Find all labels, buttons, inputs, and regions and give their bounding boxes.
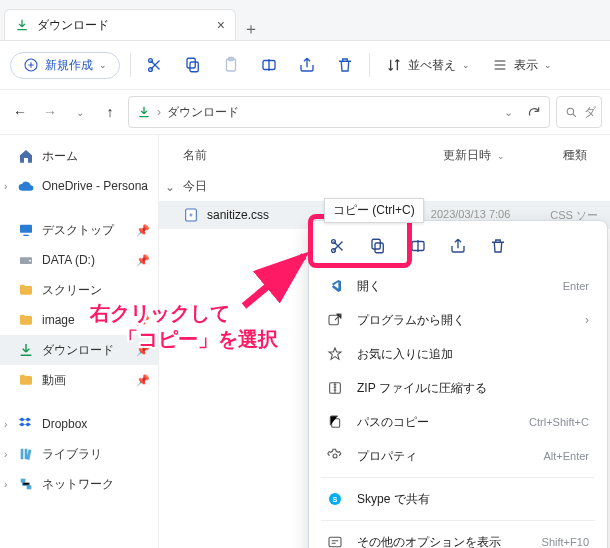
svg-rect-27 xyxy=(329,537,341,546)
zip-icon xyxy=(327,380,345,396)
ctx-zip[interactable]: ZIP ファイルに圧縮する xyxy=(313,371,603,405)
separator xyxy=(321,477,595,478)
ctx-label: プロパティ xyxy=(357,448,417,465)
css-file-icon: # xyxy=(183,207,199,223)
home-icon xyxy=(18,148,34,164)
ctx-favorite[interactable]: お気に入りに追加 xyxy=(313,337,603,371)
expand-icon[interactable]: › xyxy=(4,181,7,192)
column-kind[interactable]: 種類 xyxy=(563,147,610,164)
column-date[interactable]: 更新日時 ⌄ xyxy=(443,147,543,164)
sidebar-item-network[interactable]: › ネットワーク xyxy=(0,469,158,499)
view-icon xyxy=(492,57,508,73)
cut-button[interactable] xyxy=(141,51,169,79)
paste-button[interactable] xyxy=(217,51,245,79)
ctx-properties[interactable]: プロパティ Alt+Enter xyxy=(313,439,603,473)
svg-rect-13 xyxy=(27,485,32,489)
share-button[interactable] xyxy=(293,51,321,79)
vscode-icon xyxy=(327,278,345,294)
chevron-down-icon: ⌄ xyxy=(462,60,470,70)
chevron-right-icon: › xyxy=(585,313,589,327)
up-button[interactable]: ↑ xyxy=(98,104,122,120)
column-headers: 名前 更新日時 ⌄ 種類 xyxy=(159,143,610,174)
library-icon xyxy=(18,446,34,462)
ctx-cut-button[interactable] xyxy=(325,233,351,259)
search-placeholder: ダ xyxy=(584,104,596,121)
chevron-down-icon[interactable]: ⌄ xyxy=(504,106,513,119)
ctx-accel: Alt+Enter xyxy=(543,450,589,462)
sidebar-item-label: スクリーン xyxy=(42,282,102,299)
pin-icon: 📌 xyxy=(136,254,150,267)
back-button[interactable]: ← xyxy=(8,104,32,120)
tab-downloads[interactable]: ダウンロード × xyxy=(4,9,236,40)
chevron-down-icon: ⌄ xyxy=(544,60,552,70)
copy-button[interactable] xyxy=(179,51,207,79)
ctx-label: その他のオプションを表示 xyxy=(357,534,501,549)
sidebar-item-label: OneDrive - Persona xyxy=(42,179,148,193)
ctx-delete-button[interactable] xyxy=(485,233,511,259)
column-name[interactable]: 名前 xyxy=(183,147,423,164)
ctx-share-button[interactable] xyxy=(445,233,471,259)
svg-rect-12 xyxy=(21,479,26,483)
sidebar-item-label: デスクトップ xyxy=(42,222,114,239)
sidebar-item-label: ホーム xyxy=(42,148,78,165)
nav-row: ← → ⌄ ↑ › ダウンロード ⌄ ダ xyxy=(0,90,610,135)
ctx-open[interactable]: 開く Enter xyxy=(313,269,603,303)
sidebar-item-libraries[interactable]: › ライブラリ xyxy=(0,439,158,469)
ctx-copy-path[interactable]: パスのコピー Ctrl+Shift+C xyxy=(313,405,603,439)
tooltip-copy: コピー (Ctrl+C) xyxy=(324,198,424,223)
download-icon xyxy=(15,18,29,32)
ctx-skype[interactable]: S Skype で共有 xyxy=(313,482,603,516)
sort-desc-icon: ⌄ xyxy=(497,151,505,161)
ctx-label: ZIP ファイルに圧縮する xyxy=(357,380,487,397)
breadcrumb-path[interactable]: ダウンロード xyxy=(167,104,239,121)
search-icon xyxy=(565,106,578,119)
sidebar-item-onedrive[interactable]: › OneDrive - Persona xyxy=(0,171,158,201)
expand-icon[interactable]: › xyxy=(4,479,7,490)
folder-icon xyxy=(18,372,34,388)
sidebar-item-label: DATA (D:) xyxy=(42,253,95,267)
separator xyxy=(130,53,131,77)
desktop-icon xyxy=(18,222,34,238)
svg-point-8 xyxy=(567,108,574,115)
group-today[interactable]: 今日 xyxy=(159,174,610,201)
new-button[interactable]: 新規作成 ⌄ xyxy=(10,52,120,79)
delete-button[interactable] xyxy=(331,51,359,79)
tab-title: ダウンロード xyxy=(37,17,109,34)
forward-button[interactable]: → xyxy=(38,104,62,120)
rename-button[interactable] xyxy=(255,51,283,79)
pin-icon: 📌 xyxy=(136,224,150,237)
more-icon xyxy=(327,534,345,548)
ctx-accel: Shift+F10 xyxy=(542,536,589,548)
refresh-button[interactable] xyxy=(527,105,541,119)
sort-label: 並べ替え xyxy=(408,57,456,74)
context-icon-row xyxy=(313,229,603,269)
view-button[interactable]: 表示 ⌄ xyxy=(486,53,558,78)
ctx-copy-button[interactable] xyxy=(365,233,391,259)
recent-dropdown[interactable]: ⌄ xyxy=(68,107,92,118)
svg-text:#: # xyxy=(190,212,193,218)
search-box[interactable]: ダ xyxy=(556,96,602,128)
ctx-rename-button[interactable] xyxy=(405,233,431,259)
sidebar-item-videos[interactable]: 動画 📌 xyxy=(0,365,158,395)
ctx-label: お気に入りに追加 xyxy=(357,346,453,363)
close-icon[interactable]: × xyxy=(217,17,225,33)
sort-button[interactable]: 並べ替え ⌄ xyxy=(380,53,476,78)
context-menu: 開く Enter プログラムから開く › お気に入りに追加 ZIP ファイルに圧… xyxy=(308,220,608,548)
plus-circle-icon xyxy=(23,57,39,73)
address-bar[interactable]: › ダウンロード ⌄ xyxy=(128,96,550,128)
sidebar-item-desktop[interactable]: デスクトップ 📌 xyxy=(0,215,158,245)
expand-icon[interactable]: › xyxy=(4,449,7,460)
svg-point-24 xyxy=(333,454,337,458)
sidebar-item-drive[interactable]: DATA (D:) 📌 xyxy=(0,245,158,275)
open-with-icon xyxy=(327,312,345,328)
ctx-more[interactable]: その他のオプションを表示 Shift+F10 xyxy=(313,525,603,548)
new-tab-button[interactable]: ＋ xyxy=(236,19,266,40)
ctx-open-with[interactable]: プログラムから開く › xyxy=(313,303,603,337)
sidebar-item-dropbox[interactable]: › Dropbox xyxy=(0,409,158,439)
network-icon xyxy=(18,476,34,492)
sidebar-item-home[interactable]: ホーム xyxy=(0,141,158,171)
download-icon xyxy=(18,342,34,358)
expand-icon[interactable]: › xyxy=(4,419,7,430)
copy-path-icon xyxy=(327,414,345,430)
drive-icon xyxy=(18,252,34,268)
